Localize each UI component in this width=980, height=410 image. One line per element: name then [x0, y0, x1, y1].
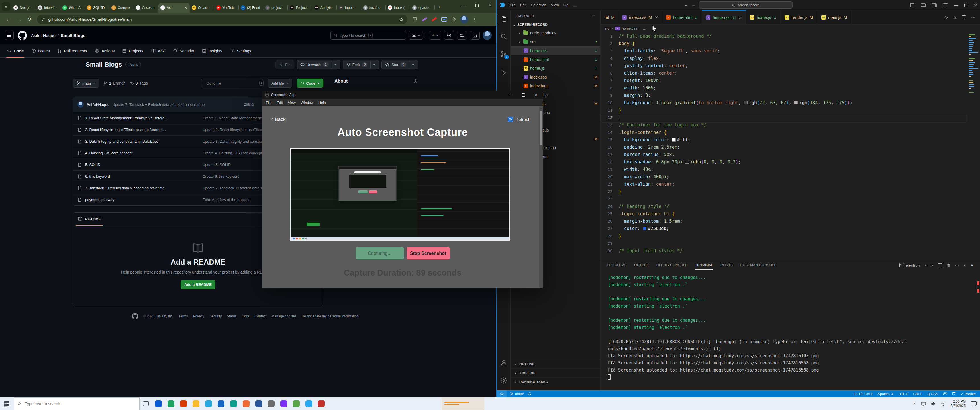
breadcrumb-item[interactable]: … [643, 27, 647, 30]
status-item[interactable]: Spaces: 4 [878, 392, 894, 396]
code-line[interactable]: 26 margin-bottom: 1.5rem; [601, 218, 967, 225]
inbox-icon-button[interactable] [470, 31, 480, 40]
footer-link[interactable]: Docs [242, 314, 249, 318]
panel-tab-problems[interactable]: PROBLEMS [607, 263, 627, 267]
pull-requests-icon-button[interactable] [457, 31, 467, 40]
repo-nav-actions[interactable]: Actions [92, 44, 118, 57]
repo-nav-code[interactable]: Code [4, 44, 27, 57]
copilot-status-icon[interactable] [943, 393, 947, 396]
feedback-icon[interactable] [952, 392, 956, 396]
editor-tab-home.js[interactable]: JShome.jsU [746, 10, 781, 24]
app-titlebar[interactable]: Screenshot App — ✕ [262, 91, 543, 99]
settings-gear-icon[interactable] [497, 373, 511, 387]
vscode-minimize-button[interactable]: — [954, 3, 958, 7]
go-to-file-input[interactable]: t [200, 79, 263, 87]
code-line[interactable]: 6 align-items: center; [601, 70, 967, 77]
code-button[interactable]: Code [297, 79, 324, 88]
browser-maximize-button[interactable] [476, 4, 479, 7]
refresh-icon[interactable]: ↻ [508, 117, 513, 122]
app-close-button[interactable]: ✕ [535, 93, 538, 97]
status-item[interactable]: {} CSS [927, 392, 938, 396]
browser-tab[interactable]: //Input - [337, 3, 361, 13]
refresh-control[interactable]: ↻ Refresh [508, 117, 530, 122]
repo-nav-security[interactable]: Security [170, 44, 197, 57]
code-line[interactable]: 25.login-container h1 { [601, 210, 967, 218]
browser-close-button[interactable]: ✕ [488, 3, 492, 8]
back-button[interactable]: ← [3, 16, 13, 22]
editor-tab-home.html[interactable]: 5home.htmlU [662, 10, 702, 24]
panel-maximize-icon[interactable]: ∧ [964, 263, 966, 267]
browser-tab[interactable]: MInbox ( [386, 3, 410, 13]
browser-tab[interactable]: Assesm [134, 3, 158, 13]
file-name[interactable]: 4. Hoisting - JS core concept [85, 151, 199, 155]
app-maximize-button[interactable] [522, 94, 525, 97]
split-editor-icon[interactable] [962, 15, 966, 19]
breadcrumb-owner[interactable]: Asiful-Haque [31, 33, 56, 38]
taskbar-app-icon-7[interactable] [228, 397, 240, 410]
code-line[interactable]: 24/* Heading style */ [601, 203, 967, 210]
code-line[interactable]: 11} [601, 106, 967, 114]
tray-display-icon[interactable] [921, 402, 926, 406]
code-line[interactable]: 16 padding: 2rem 2.5rem; [601, 143, 967, 151]
breadcrumb-item[interactable]: home.css [622, 27, 637, 30]
breadcrumb-item[interactable]: src [605, 27, 609, 30]
file-name[interactable]: 5. SOLID [85, 162, 199, 167]
taskbar-search[interactable] [14, 397, 140, 410]
fork-button[interactable]: Fork 0 [343, 60, 379, 69]
code-line[interactable]: 20 max-width: 400px; [601, 173, 967, 181]
commit-hash[interactable]: 266f5 [244, 103, 254, 106]
browser-tab[interactable]: ✆WhatsA [60, 3, 85, 13]
vscode-back-icon[interactable]: ← [684, 3, 688, 7]
browser-tab[interactable]: pproject [263, 3, 288, 13]
taskbar-app-icon-5[interactable] [202, 397, 215, 410]
about-settings-gear-icon[interactable] [414, 79, 418, 83]
status-item[interactable]: UTF-8 [898, 392, 908, 396]
browser-menu-icon[interactable]: ⋮ [472, 17, 477, 22]
editor-tab-index.css[interactable]: #index.cssM✕ [618, 10, 662, 24]
vscode-close-button[interactable]: ✕ [974, 3, 977, 7]
browser-tab[interactable]: Asi✕ [158, 3, 190, 13]
tag-count[interactable]: 0Tags [130, 81, 148, 86]
repo-nav-insights[interactable]: Insights [199, 44, 225, 57]
add-file-button[interactable]: Add file [268, 79, 292, 88]
vscode-forward-icon[interactable]: → [691, 3, 695, 7]
code-line[interactable]: 2body { [601, 40, 967, 47]
browser-tab[interactable]: JCompre [110, 3, 134, 13]
code-line[interactable]: 1/* Full-page gradient background */ [601, 32, 967, 40]
footer-link[interactable]: Privacy [193, 314, 204, 318]
reload-button[interactable]: ⟳ [25, 16, 35, 22]
browser-tab[interactable]: SSQL 50 [85, 3, 110, 13]
panel-tab-terminal[interactable]: TERMINAL [695, 263, 713, 267]
code-line[interactable]: 14.login-container { [601, 129, 967, 136]
split-terminal-icon[interactable] [938, 263, 942, 267]
code-line[interactable]: 3 font-family: 'Segoe UI', sans-serif; [601, 47, 967, 55]
code-line[interactable]: 4 display: flex; [601, 55, 967, 62]
status-item[interactable]: CRLF [913, 392, 923, 396]
add-readme-button[interactable]: Add a README [181, 280, 215, 289]
code-line[interactable]: 18 box-shadow: 0 8px 20px rgba(0, 0, 0, … [601, 158, 967, 166]
browser-tab[interactable]: v0Project [288, 3, 312, 13]
code-line[interactable]: 8 width: 100%; [601, 84, 967, 92]
editor-tab-home.css[interactable]: #home.cssU✕ [702, 10, 746, 24]
tree-item-index.css[interactable]: #index.cssM [511, 73, 600, 81]
tree-item-node_modules[interactable]: ›node_modules [511, 29, 600, 37]
vscode-command-search[interactable]: screen-record [698, 2, 792, 8]
code-line[interactable]: 23 [601, 195, 967, 203]
copilot-button[interactable] [409, 31, 423, 40]
taskbar-app-icon-1[interactable] [152, 397, 165, 410]
taskbar-app-icon-10[interactable] [265, 397, 277, 410]
code-line[interactable]: 28} [601, 232, 967, 240]
back-link[interactable]: < Back [270, 117, 285, 122]
terminal-dropdown-icon[interactable]: ∨ [931, 264, 934, 267]
footer-link[interactable]: Contact [255, 314, 266, 318]
taskbar-app-icon-12[interactable] [290, 397, 302, 410]
toggle-secondary-sidebar-icon[interactable] [932, 3, 937, 7]
save-page-icon[interactable] [412, 17, 418, 22]
extensions-puzzle-icon[interactable] [451, 17, 456, 22]
taskbar-app-icon-13[interactable] [302, 397, 315, 410]
branch-selector[interactable]: main [73, 79, 99, 88]
panel-tab-debug-console[interactable]: DEBUG CONSOLE [656, 263, 688, 267]
panel-tab-postman-console[interactable]: POSTMAN CONSOLE [740, 263, 776, 267]
search-activity-icon[interactable] [497, 30, 511, 43]
tree-item-src[interactable]: ⌄src● [511, 37, 600, 46]
